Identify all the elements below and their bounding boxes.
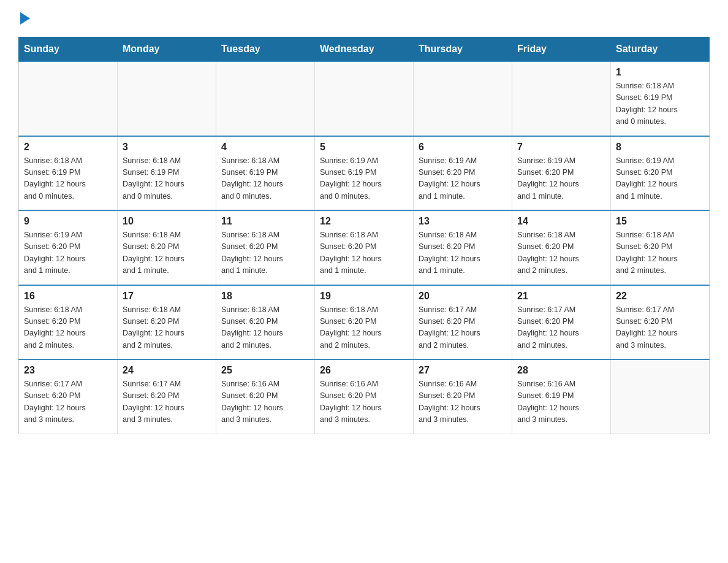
calendar-empty-cell <box>19 61 118 136</box>
calendar-day-cell: 28Sunrise: 6:16 AM Sunset: 6:19 PM Dayli… <box>512 359 611 434</box>
day-info: Sunrise: 6:18 AM Sunset: 6:20 PM Dayligh… <box>616 229 704 277</box>
day-info: Sunrise: 6:19 AM Sunset: 6:19 PM Dayligh… <box>320 155 408 203</box>
calendar-empty-cell <box>414 61 512 136</box>
day-info: Sunrise: 6:17 AM Sunset: 6:20 PM Dayligh… <box>123 378 211 426</box>
calendar-day-cell: 24Sunrise: 6:17 AM Sunset: 6:20 PM Dayli… <box>118 359 216 434</box>
calendar-empty-cell <box>512 61 611 136</box>
calendar-day-cell: 2Sunrise: 6:18 AM Sunset: 6:19 PM Daylig… <box>19 136 118 211</box>
calendar-week-row: 23Sunrise: 6:17 AM Sunset: 6:20 PM Dayli… <box>19 359 710 434</box>
calendar-week-row: 9Sunrise: 6:19 AM Sunset: 6:20 PM Daylig… <box>19 210 710 285</box>
day-info: Sunrise: 6:18 AM Sunset: 6:20 PM Dayligh… <box>221 304 309 352</box>
day-number: 4 <box>221 142 309 153</box>
day-info: Sunrise: 6:18 AM Sunset: 6:19 PM Dayligh… <box>24 155 112 203</box>
day-number: 12 <box>320 216 408 227</box>
day-info: Sunrise: 6:18 AM Sunset: 6:19 PM Dayligh… <box>123 155 211 203</box>
day-number: 19 <box>320 291 408 302</box>
calendar-day-cell: 4Sunrise: 6:18 AM Sunset: 6:19 PM Daylig… <box>216 136 315 211</box>
day-number: 17 <box>123 291 211 302</box>
calendar-header-row: SundayMondayTuesdayWednesdayThursdayFrid… <box>19 37 710 62</box>
calendar-table: SundayMondayTuesdayWednesdayThursdayFrid… <box>18 37 710 434</box>
calendar-day-cell: 9Sunrise: 6:19 AM Sunset: 6:20 PM Daylig… <box>19 210 118 285</box>
calendar-day-cell: 12Sunrise: 6:18 AM Sunset: 6:20 PM Dayli… <box>315 210 414 285</box>
day-number: 8 <box>616 142 704 153</box>
day-info: Sunrise: 6:18 AM Sunset: 6:20 PM Dayligh… <box>517 229 605 277</box>
day-number: 14 <box>517 216 605 227</box>
day-number: 16 <box>24 291 112 302</box>
calendar-day-cell: 22Sunrise: 6:17 AM Sunset: 6:20 PM Dayli… <box>611 285 710 360</box>
calendar-day-cell: 16Sunrise: 6:18 AM Sunset: 6:20 PM Dayli… <box>19 285 118 360</box>
day-info: Sunrise: 6:19 AM Sunset: 6:20 PM Dayligh… <box>616 155 704 203</box>
day-info: Sunrise: 6:18 AM Sunset: 6:20 PM Dayligh… <box>320 229 408 277</box>
logo-arrow-icon <box>20 12 30 25</box>
calendar-day-cell: 15Sunrise: 6:18 AM Sunset: 6:20 PM Dayli… <box>611 210 710 285</box>
day-number: 28 <box>517 365 605 376</box>
day-info: Sunrise: 6:17 AM Sunset: 6:20 PM Dayligh… <box>419 304 507 352</box>
day-info: Sunrise: 6:17 AM Sunset: 6:20 PM Dayligh… <box>24 378 112 426</box>
calendar-week-row: 2Sunrise: 6:18 AM Sunset: 6:19 PM Daylig… <box>19 136 710 211</box>
day-info: Sunrise: 6:16 AM Sunset: 6:20 PM Dayligh… <box>221 378 309 426</box>
calendar-day-cell: 1Sunrise: 6:18 AM Sunset: 6:19 PM Daylig… <box>611 61 710 136</box>
calendar-day-cell: 3Sunrise: 6:18 AM Sunset: 6:19 PM Daylig… <box>118 136 216 211</box>
day-of-week-header: Monday <box>118 37 216 62</box>
calendar-empty-cell <box>315 61 414 136</box>
logo <box>18 12 30 25</box>
day-number: 22 <box>616 291 704 302</box>
day-of-week-header: Thursday <box>414 37 512 62</box>
day-of-week-header: Saturday <box>611 37 710 62</box>
day-number: 21 <box>517 291 605 302</box>
day-number: 3 <box>123 142 211 153</box>
day-info: Sunrise: 6:17 AM Sunset: 6:20 PM Dayligh… <box>517 304 605 352</box>
calendar-day-cell: 18Sunrise: 6:18 AM Sunset: 6:20 PM Dayli… <box>216 285 315 360</box>
page-header <box>18 12 710 25</box>
calendar-empty-cell <box>216 61 315 136</box>
day-info: Sunrise: 6:19 AM Sunset: 6:20 PM Dayligh… <box>419 155 507 203</box>
day-info: Sunrise: 6:16 AM Sunset: 6:20 PM Dayligh… <box>419 378 507 426</box>
calendar-day-cell: 7Sunrise: 6:19 AM Sunset: 6:20 PM Daylig… <box>512 136 611 211</box>
calendar-day-cell: 14Sunrise: 6:18 AM Sunset: 6:20 PM Dayli… <box>512 210 611 285</box>
day-number: 6 <box>419 142 507 153</box>
calendar-day-cell: 8Sunrise: 6:19 AM Sunset: 6:20 PM Daylig… <box>611 136 710 211</box>
day-info: Sunrise: 6:18 AM Sunset: 6:20 PM Dayligh… <box>123 304 211 352</box>
calendar-day-cell: 10Sunrise: 6:18 AM Sunset: 6:20 PM Dayli… <box>118 210 216 285</box>
day-number: 11 <box>221 216 309 227</box>
day-number: 1 <box>616 67 704 78</box>
day-number: 7 <box>517 142 605 153</box>
calendar-day-cell: 17Sunrise: 6:18 AM Sunset: 6:20 PM Dayli… <box>118 285 216 360</box>
day-of-week-header: Tuesday <box>216 37 315 62</box>
calendar-empty-cell <box>611 359 710 434</box>
calendar-day-cell: 6Sunrise: 6:19 AM Sunset: 6:20 PM Daylig… <box>414 136 512 211</box>
day-info: Sunrise: 6:18 AM Sunset: 6:20 PM Dayligh… <box>24 304 112 352</box>
calendar-day-cell: 21Sunrise: 6:17 AM Sunset: 6:20 PM Dayli… <box>512 285 611 360</box>
calendar-day-cell: 27Sunrise: 6:16 AM Sunset: 6:20 PM Dayli… <box>414 359 512 434</box>
day-of-week-header: Wednesday <box>315 37 414 62</box>
calendar-week-row: 1Sunrise: 6:18 AM Sunset: 6:19 PM Daylig… <box>19 61 710 136</box>
day-info: Sunrise: 6:18 AM Sunset: 6:19 PM Dayligh… <box>616 80 704 128</box>
day-number: 20 <box>419 291 507 302</box>
day-number: 18 <box>221 291 309 302</box>
calendar-empty-cell <box>118 61 216 136</box>
calendar-day-cell: 19Sunrise: 6:18 AM Sunset: 6:20 PM Dayli… <box>315 285 414 360</box>
day-number: 2 <box>24 142 112 153</box>
calendar-day-cell: 20Sunrise: 6:17 AM Sunset: 6:20 PM Dayli… <box>414 285 512 360</box>
day-info: Sunrise: 6:19 AM Sunset: 6:20 PM Dayligh… <box>24 229 112 277</box>
day-number: 10 <box>123 216 211 227</box>
day-of-week-header: Sunday <box>19 37 118 62</box>
calendar-day-cell: 25Sunrise: 6:16 AM Sunset: 6:20 PM Dayli… <box>216 359 315 434</box>
calendar-day-cell: 13Sunrise: 6:18 AM Sunset: 6:20 PM Dayli… <box>414 210 512 285</box>
day-of-week-header: Friday <box>512 37 611 62</box>
calendar-week-row: 16Sunrise: 6:18 AM Sunset: 6:20 PM Dayli… <box>19 285 710 360</box>
calendar-day-cell: 26Sunrise: 6:16 AM Sunset: 6:20 PM Dayli… <box>315 359 414 434</box>
day-number: 5 <box>320 142 408 153</box>
day-info: Sunrise: 6:17 AM Sunset: 6:20 PM Dayligh… <box>616 304 704 352</box>
day-info: Sunrise: 6:18 AM Sunset: 6:20 PM Dayligh… <box>419 229 507 277</box>
day-info: Sunrise: 6:18 AM Sunset: 6:20 PM Dayligh… <box>221 229 309 277</box>
day-info: Sunrise: 6:16 AM Sunset: 6:20 PM Dayligh… <box>320 378 408 426</box>
day-number: 24 <box>123 365 211 376</box>
day-info: Sunrise: 6:18 AM Sunset: 6:19 PM Dayligh… <box>221 155 309 203</box>
day-number: 13 <box>419 216 507 227</box>
calendar-day-cell: 11Sunrise: 6:18 AM Sunset: 6:20 PM Dayli… <box>216 210 315 285</box>
day-info: Sunrise: 6:18 AM Sunset: 6:20 PM Dayligh… <box>123 229 211 277</box>
day-number: 26 <box>320 365 408 376</box>
day-info: Sunrise: 6:18 AM Sunset: 6:20 PM Dayligh… <box>320 304 408 352</box>
calendar-day-cell: 5Sunrise: 6:19 AM Sunset: 6:19 PM Daylig… <box>315 136 414 211</box>
